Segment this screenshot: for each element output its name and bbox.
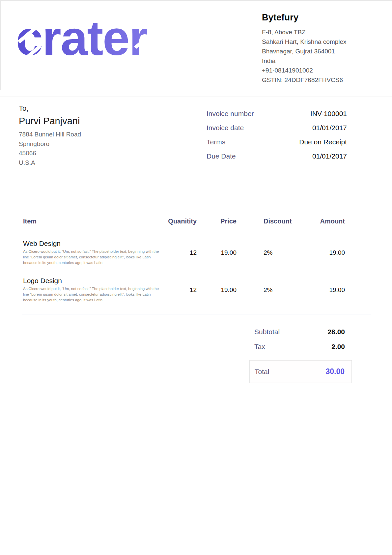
item-quantity: 12 [165, 277, 197, 303]
column-header-discount: Discount [237, 217, 306, 226]
bill-to-block: To, Purvi Panjvani 7884 Bunnel Hill Road… [19, 103, 207, 167]
company-gstin: GSTIN: 24DDF7682FHVCS6 [262, 75, 357, 85]
terms-label: Terms [207, 138, 225, 146]
table-row: Web Design As Cicero would put it, “Um, … [23, 239, 345, 266]
item-price: 19.00 [197, 239, 237, 266]
invoice-page: crater Bytefury F-8, Above TBZ Sahkari H… [0, 0, 392, 555]
subtotal-value: 28.00 [327, 328, 345, 336]
company-address-line: Bhavnagar, Gujrat 364001 [262, 46, 357, 56]
item-discount: 2% [237, 239, 306, 266]
item-description: As Cicero would put it, “Um, not so fast… [23, 286, 164, 303]
crater-logo: crater [16, 14, 147, 64]
invoice-number-row: Invoice number INV-100001 [207, 109, 347, 118]
tax-label: Tax [254, 343, 265, 351]
invoice-header: crater Bytefury F-8, Above TBZ Sahkari H… [0, 1, 392, 97]
customer-address-line: Springboro [19, 139, 207, 149]
total-value: 30.00 [325, 367, 345, 376]
item-cell: Logo Design As Cicero would put it, “Um,… [23, 277, 165, 303]
customer-address-line: 45066 [19, 149, 207, 158]
invoice-date-value: 01/01/2017 [312, 124, 347, 132]
company-info: Bytefury F-8, Above TBZ Sahkari Hart, Kr… [262, 13, 357, 97]
item-quantity: 12 [165, 239, 197, 266]
customer-address-line: 7884 Bunnel Hill Road [19, 130, 207, 139]
crater-logo-text: crater [16, 14, 147, 63]
company-address-line: India [262, 56, 357, 66]
item-description: As Cicero would put it, “Um, not so fast… [23, 249, 164, 266]
invoice-number-label: Invoice number [207, 109, 254, 118]
company-address-line: Sahkari Hart, Krishna complex [262, 37, 357, 46]
tax-value: 2.00 [331, 343, 345, 351]
terms-row: Terms Due on Receipt [207, 138, 347, 146]
due-date-value: 01/01/2017 [312, 152, 347, 161]
subtotal-label: Subtotal [254, 328, 280, 336]
column-header-quantity: Quanitity [165, 217, 197, 226]
company-phone: +91-08141901002 [262, 66, 357, 75]
table-row: Logo Design As Cicero would put it, “Um,… [23, 277, 345, 303]
column-header-amount: Amount [306, 217, 345, 226]
company-address-line: F-8, Above TBZ [262, 27, 357, 37]
terms-value: Due on Receipt [299, 138, 347, 146]
page-edge [0, 1, 1, 90]
invoice-date-label: Invoice date [207, 124, 244, 132]
items-table-header: Item Quanitity Price Discount Amount [23, 217, 345, 226]
item-cell: Web Design As Cicero would put it, “Um, … [23, 239, 165, 266]
customer-address-line: U.S.A [19, 158, 207, 168]
column-header-item: Item [23, 217, 165, 226]
invoice-number-value: INV-100001 [310, 109, 347, 118]
item-name: Web Design [23, 239, 165, 248]
tax-row: Tax 2.00 [249, 343, 352, 351]
customer-name: Purvi Panjvani [19, 116, 207, 127]
item-name: Logo Design [23, 277, 165, 285]
invoice-meta-section: To, Purvi Panjvani 7884 Bunnel Hill Road… [0, 103, 392, 167]
due-date-label: Due Date [207, 152, 236, 161]
item-discount: 2% [237, 277, 306, 303]
total-label: Total [255, 368, 269, 376]
company-name: Bytefury [262, 13, 357, 23]
subtotal-row: Subtotal 28.00 [249, 328, 352, 336]
to-label: To, [19, 103, 207, 113]
column-header-price: Price [197, 217, 237, 226]
totals-block: Subtotal 28.00 Tax 2.00 Total 30.00 [249, 328, 352, 383]
invoice-details: Invoice number INV-100001 Invoice date 0… [207, 109, 347, 167]
item-price: 19.00 [197, 277, 237, 303]
table-divider [22, 314, 371, 314]
total-row: Total 30.00 [249, 360, 352, 383]
item-amount: 19.00 [306, 239, 345, 266]
item-amount: 19.00 [306, 277, 345, 303]
items-table: Item Quanitity Price Discount Amount Web… [23, 217, 345, 303]
due-date-row: Due Date 01/01/2017 [207, 152, 347, 161]
invoice-date-row: Invoice date 01/01/2017 [207, 124, 347, 132]
